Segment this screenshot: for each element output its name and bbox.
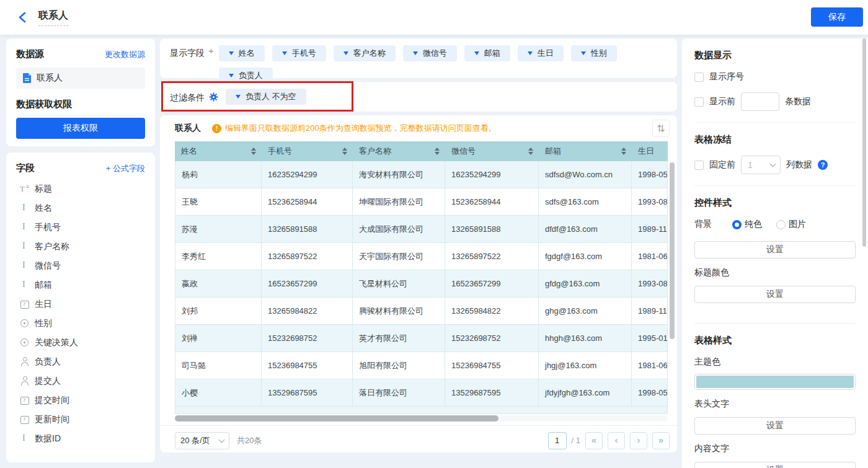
prev-page-button[interactable]: ‹ [608,432,625,449]
datasource-item[interactable]: 联系人 [16,68,145,89]
field-item[interactable]: 标题 [16,179,145,198]
field-item[interactable]: 姓名 [16,198,145,218]
permission-heading: 数据获取权限 [16,99,145,110]
first-page-button[interactable]: « [585,432,603,449]
sort-carets-icon[interactable] [621,148,626,155]
field-item[interactable]: 提交时间 [16,391,145,410]
column-header[interactable]: 邮箱 [539,141,632,161]
cell-birthday: 1995-01 [632,325,668,352]
background-set-button[interactable]: 设置 [694,241,856,258]
last-page-button[interactable]: » [652,432,670,449]
content-text-label: 内容文字 [694,443,856,454]
next-page-button[interactable]: › [630,432,647,449]
field-item[interactable]: 客户名称 [16,237,145,256]
display-field-tag[interactable]: 微信号 [403,45,457,61]
horizontal-scrollbar[interactable] [175,415,498,422]
cell-name: 李秀红 [175,243,262,270]
cell-birthday: 1981-06 [632,243,668,270]
chevron-down-icon [343,51,348,55]
header-text-set-button[interactable]: 设置 [694,417,856,435]
cell-company: 海安材料有限公司 [353,161,445,188]
field-item[interactable]: 关键决策人 [16,333,145,352]
cell-name: 司马懿 [175,352,262,379]
field-type-icon [20,280,29,289]
field-type-icon [20,261,29,270]
row-count-input[interactable] [741,92,779,111]
report-permission-button[interactable]: 报表权限 [16,118,145,139]
cell-email: gfdg@163.com [539,270,632,298]
field-item-label: 邮箱 [35,280,52,291]
vertical-scrollbar[interactable] [670,162,675,339]
field-item[interactable]: 数据ID [16,429,145,448]
display-field-tag[interactable]: 生日 [518,45,564,61]
column-header[interactable]: 微信号 [445,141,539,161]
add-formula-field-link[interactable]: + 公式字段 [106,163,145,174]
field-item[interactable]: 生日 [16,294,145,314]
display-field-tag[interactable]: 客户名称 [334,45,396,61]
sort-order-button[interactable] [652,120,670,137]
field-item[interactable]: 更新时间 [16,410,145,429]
page-number-input[interactable] [548,432,567,449]
cell-email: dfdf@163.com [539,216,632,243]
add-display-field-button[interactable]: + [208,45,214,71]
sort-carets-icon[interactable] [528,148,533,155]
field-item-label: 更新时间 [35,414,69,425]
fix-columns-select[interactable]: 1 [741,156,781,174]
title-color-label: 标题颜色 [694,267,856,278]
show-first-label: 显示前 [709,96,735,107]
show-index-checkbox[interactable] [694,73,704,82]
preview-notice: ! 编辑界面只取数据源前200条作为查询数据预览，完整数据请访问页面查看。 [212,123,497,134]
column-header[interactable]: 客户名称 [353,141,445,161]
display-field-tags: 姓名 手机号 客户名称 微信号 邮箱 生日 性别 负责人 [219,45,653,71]
column-header-label: 手机号 [268,146,292,157]
title-color-set-button[interactable]: 设置 [694,286,856,303]
help-icon[interactable]: ? [818,160,828,170]
image-radio[interactable] [776,220,786,229]
field-item[interactable]: 邮箱 [16,275,145,294]
chevron-down-icon [528,51,533,55]
field-type-icon [20,184,29,193]
display-field-tag[interactable]: 姓名 [219,45,265,61]
gear-icon[interactable] [209,92,218,102]
save-button[interactable]: 保存 [811,7,863,27]
column-header[interactable]: 手机号 [262,141,353,161]
field-item[interactable]: 性别 [16,314,145,333]
field-item-label: 手机号 [35,222,61,233]
display-field-tag[interactable]: 性别 [571,45,617,61]
column-header[interactable]: 姓名 [175,141,262,161]
theme-color-label: 主题色 [694,356,856,368]
display-field-tag[interactable]: 手机号 [272,45,326,61]
theme-color-swatch[interactable] [694,374,856,390]
show-first-checkbox[interactable] [694,97,704,107]
cell-email: jfdyjfgh@163.com [539,379,632,407]
cell-name: 小樱 [175,379,262,407]
cell-wechat: 13265891588 [445,216,539,243]
change-datasource-link[interactable]: 更改数据源 [105,49,145,60]
show-index-label: 显示序号 [709,71,744,82]
divider [694,122,856,123]
column-header[interactable]: 生日 [632,141,668,161]
cell-phone: 16235294299 [262,161,353,188]
page-size-select[interactable]: 20 条/页 [175,432,229,449]
field-item[interactable]: 手机号 [16,218,145,237]
display-field-tag[interactable]: 邮箱 [464,45,510,61]
field-item[interactable]: 提交人 [16,371,145,391]
sort-carets-icon[interactable] [251,148,256,155]
display-field-tag-label: 姓名 [239,48,255,59]
filter-condition-tag[interactable]: 负责人 不为空 [226,89,306,105]
solid-color-radio[interactable] [732,220,742,229]
sort-carets-icon[interactable] [435,148,440,155]
field-item[interactable]: 负责人 [16,352,145,371]
cell-name: 苏漫 [175,216,262,243]
cell-phone: 15232698752 [262,325,353,352]
panel-scrollbar[interactable] [862,38,866,247]
sort-carets-icon[interactable] [342,148,347,155]
field-item[interactable]: 微信号 [16,256,145,275]
content-text-set-button[interactable]: 设置 [694,462,856,468]
table-row: 刘邦 13265984822 腾骏材料有限公司 13265984822 ghg@… [175,298,668,325]
column-header-label: 姓名 [181,146,197,157]
fix-columns-checkbox[interactable] [694,161,704,170]
field-type-icon [20,242,29,251]
chevron-down-icon [581,51,586,55]
back-icon[interactable] [17,12,27,23]
